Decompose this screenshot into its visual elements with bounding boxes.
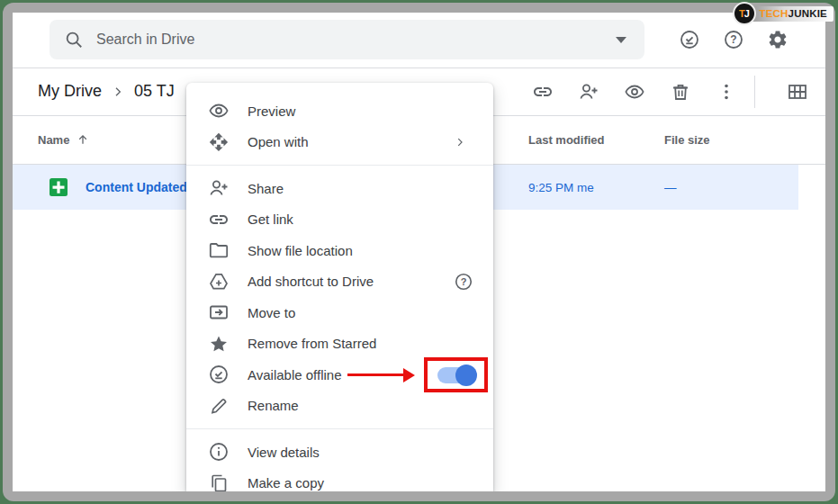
- menu-item-make-a-copy[interactable]: Make a copy: [186, 468, 493, 492]
- file-last-modified: 9:25 PM me: [528, 165, 594, 210]
- menu-item-get-link[interactable]: Get link: [186, 204, 493, 236]
- search-bar[interactable]: Search in Drive: [50, 20, 644, 59]
- menu-item-available-offline[interactable]: Available offline: [186, 359, 493, 391]
- menu-item-show-file-location[interactable]: Show file location: [186, 235, 493, 266]
- techjunkie-wordmark: TECHJUNKIE: [744, 6, 834, 22]
- offline-ready-icon[interactable]: [679, 29, 700, 50]
- techjunkie-monogram-icon: TJ: [733, 2, 756, 25]
- share-person-add-icon[interactable]: [578, 81, 599, 103]
- breadcrumb-current-folder[interactable]: 05 TJ: [134, 82, 175, 101]
- trash-icon[interactable]: [670, 81, 691, 103]
- file-size: —: [664, 165, 677, 210]
- menu-item-add-shortcut[interactable]: Add shortcut to Drive ?: [186, 266, 493, 298]
- get-link-icon[interactable]: [532, 81, 554, 103]
- search-input[interactable]: Search in Drive: [96, 32, 616, 48]
- menu-item-view-details[interactable]: View details: [186, 436, 493, 468]
- menu-item-preview[interactable]: Preview: [186, 95, 493, 127]
- breadcrumb: My Drive 05 TJ: [38, 68, 175, 115]
- selection-toolbar: [532, 68, 808, 115]
- settings-gear-icon[interactable]: [767, 29, 788, 50]
- context-menu-section-3: View details Make a copy: [186, 428, 493, 491]
- star-icon: [208, 333, 230, 355]
- breadcrumb-my-drive[interactable]: My Drive: [38, 82, 102, 101]
- menu-item-open-with[interactable]: Open with: [186, 127, 493, 158]
- available-offline-toggle[interactable]: [437, 367, 475, 383]
- toggle-knob: [455, 364, 477, 386]
- breadcrumb-chevron-icon: [111, 85, 125, 99]
- menu-item-move-to[interactable]: Move to: [186, 297, 493, 328]
- menu-item-rename[interactable]: Rename: [186, 391, 493, 422]
- file-name[interactable]: Content Updated: [86, 165, 187, 210]
- context-menu-section-1: Preview Open with: [186, 83, 493, 165]
- toolbar-separator: [754, 76, 755, 108]
- grid-view-icon[interactable]: [787, 81, 808, 103]
- column-header-size[interactable]: File size: [664, 115, 710, 164]
- offline-pin-icon: [208, 364, 230, 385]
- search-icon: [64, 30, 84, 50]
- help-icon[interactable]: ?: [723, 29, 744, 50]
- context-menu-section-2: Share Get link Show file location: [186, 165, 493, 428]
- link-icon: [208, 209, 230, 230]
- move-to-icon: [208, 302, 230, 323]
- svg-text:?: ?: [461, 275, 467, 286]
- shortcut-help-icon[interactable]: ?: [454, 272, 473, 292]
- open-with-icon: [208, 131, 230, 153]
- eye-icon: [208, 100, 230, 122]
- menu-item-remove-from-starred[interactable]: Remove from Starred: [186, 328, 493, 360]
- annotation-arrow-head: [403, 368, 415, 382]
- svg-text:?: ?: [730, 33, 736, 46]
- drive-window: Search in Drive ? My Drive 05 TJ: [13, 13, 825, 491]
- info-icon: [208, 441, 230, 463]
- search-options-caret-icon[interactable]: [616, 37, 626, 43]
- context-menu: Preview Open with Share: [186, 83, 493, 491]
- google-sheets-icon: [50, 178, 68, 196]
- sort-ascending-icon[interactable]: [77, 133, 89, 146]
- pencil-icon: [208, 395, 230, 417]
- folder-icon: [208, 239, 230, 261]
- screenshot-root: Search in Drive ? My Drive 05 TJ: [0, 0, 838, 504]
- techjunkie-logo: TJ TECHJUNKIE: [733, 2, 834, 25]
- add-shortcut-icon: [208, 271, 230, 292]
- annotation-arrow-line: [347, 374, 404, 376]
- annotation-highlight-box: [424, 357, 488, 392]
- column-header-name[interactable]: Name: [38, 115, 89, 164]
- copy-icon: [208, 472, 230, 491]
- person-add-icon: [208, 177, 230, 199]
- preview-eye-icon[interactable]: [624, 81, 645, 103]
- menu-item-share[interactable]: Share: [186, 173, 493, 204]
- column-header-modified[interactable]: Last modified: [528, 115, 605, 164]
- chevron-right-icon: [454, 136, 466, 148]
- more-vertical-icon[interactable]: [716, 81, 737, 103]
